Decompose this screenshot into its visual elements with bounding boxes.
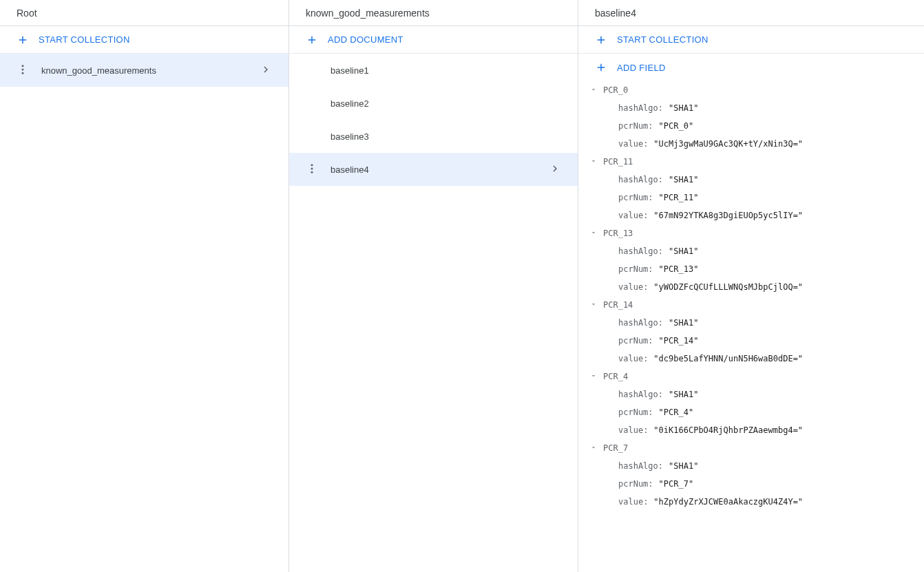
field-value: "PCR_0" [659, 121, 694, 131]
field-row[interactable]: pcrNum:"PCR_7" [578, 475, 924, 493]
svg-point-4 [311, 167, 313, 169]
field-value: "SHA1" [669, 246, 698, 256]
doc-start-collection-button[interactable]: START COLLECTION [578, 26, 924, 54]
field-key: pcrNum [618, 121, 648, 131]
field-group-header[interactable]: PCR_4 [578, 368, 924, 385]
field-group-name: PCR_11 [603, 157, 633, 167]
expand-icon [589, 157, 603, 167]
svg-point-2 [22, 72, 24, 74]
field-row[interactable]: hashAlgo:"SHA1" [578, 314, 924, 332]
field-row[interactable]: hashAlgo:"SHA1" [578, 385, 924, 403]
document-fields: PCR_0hashAlgo:"SHA1"pcrNum:"PCR_0"value:… [578, 81, 924, 572]
plus-icon [17, 34, 29, 46]
field-row[interactable]: value:"dc9be5LafYHNN/unN5H6waB0dDE=" [578, 350, 924, 368]
field-group-header[interactable]: PCR_7 [578, 439, 924, 457]
field-value: "hZpYdyZrXJCWE0aAkaczgKU4Z4Y=" [653, 497, 803, 507]
start-collection-label: START COLLECTION [39, 34, 130, 45]
field-key: value [618, 354, 643, 363]
field-row[interactable]: hashAlgo:"SHA1" [578, 457, 924, 475]
field-value: "SHA1" [669, 318, 698, 328]
field-key: value [618, 282, 643, 292]
field-key: value [618, 139, 643, 149]
expand-icon [589, 229, 603, 239]
document-list-item[interactable]: baseline2 [289, 87, 578, 120]
list-item-label: baseline4 [330, 165, 549, 175]
field-row[interactable]: value:"67mN92YTKA8g3DgiEUOp5yc5lIY=" [578, 206, 924, 224]
field-value: "0iK166CPbO4RjQhbrPZAaewmbg4=" [653, 425, 803, 435]
field-row[interactable]: pcrNum:"PCR_0" [578, 117, 924, 135]
field-row[interactable]: hashAlgo:"SHA1" [578, 171, 924, 189]
expand-icon [589, 443, 603, 454]
field-key: pcrNum [618, 407, 648, 417]
field-row[interactable]: value:"UcMj3gwMaU9GAc3QK+tY/xNin3Q=" [578, 135, 924, 153]
root-header: Root [0, 0, 288, 26]
add-field-button[interactable]: ADD FIELD [578, 54, 924, 81]
document-list-item[interactable]: baseline1 [289, 54, 578, 87]
field-key: hashAlgo [618, 390, 658, 399]
field-key: pcrNum [618, 264, 648, 274]
field-value: "dc9be5LafYHNN/unN5H6waB0dDE=" [653, 354, 803, 363]
chevron-right-icon [549, 162, 561, 177]
field-row[interactable]: value:"hZpYdyZrXJCWE0aAkaczgKU4Z4Y=" [578, 493, 924, 511]
list-item-label: baseline3 [306, 131, 561, 142]
add-document-label: ADD DOCUMENT [328, 34, 403, 45]
field-value: "UcMj3gwMaU9GAc3QK+tY/xNin3Q=" [653, 139, 803, 149]
expand-icon [589, 85, 603, 96]
field-group-header[interactable]: PCR_14 [578, 296, 924, 314]
field-group-name: PCR_13 [603, 229, 633, 238]
field-key: hashAlgo [618, 246, 658, 256]
plus-icon [306, 34, 318, 46]
field-row[interactable]: pcrNum:"PCR_11" [578, 189, 924, 206]
field-group-header[interactable]: PCR_0 [578, 81, 924, 99]
field-row[interactable]: value:"yWODZFcQCUfLLLWNQsMJbpCjlOQ=" [578, 278, 924, 296]
field-row[interactable]: value:"0iK166CPbO4RjQhbrPZAaewmbg4=" [578, 421, 924, 439]
field-value: "SHA1" [669, 175, 698, 184]
field-group-header[interactable]: PCR_13 [578, 224, 924, 242]
field-group-name: PCR_7 [603, 443, 628, 453]
chevron-right-icon [260, 63, 272, 78]
svg-point-3 [311, 164, 313, 166]
document-list-item[interactable]: baseline4 [289, 153, 578, 186]
field-key: value [618, 425, 643, 435]
field-group-name: PCR_0 [603, 85, 628, 95]
expand-icon [589, 300, 603, 310]
list-item-label: baseline1 [306, 65, 561, 76]
add-field-label: ADD FIELD [617, 63, 666, 73]
field-group-header[interactable]: PCR_11 [578, 153, 924, 171]
collection-header: known_good_measurements [289, 0, 578, 26]
root-panel: Root START COLLECTION known_good_measure… [0, 0, 289, 572]
root-items: known_good_measurements [0, 54, 288, 87]
field-row[interactable]: hashAlgo:"SHA1" [578, 99, 924, 117]
field-key: pcrNum [618, 336, 648, 346]
start-collection-button[interactable]: START COLLECTION [0, 26, 288, 54]
field-row[interactable]: hashAlgo:"SHA1" [578, 242, 924, 260]
field-value: "SHA1" [669, 103, 698, 113]
svg-point-5 [311, 171, 313, 173]
field-key: pcrNum [618, 479, 648, 489]
field-key: hashAlgo [618, 103, 658, 113]
document-list-item[interactable]: baseline3 [289, 120, 578, 153]
list-item-label: baseline2 [306, 98, 561, 109]
field-value: "PCR_14" [659, 336, 699, 346]
list-item-label: known_good_measurements [41, 65, 260, 76]
field-row[interactable]: pcrNum:"PCR_4" [578, 403, 924, 421]
field-group-name: PCR_14 [603, 300, 633, 310]
field-key: hashAlgo [618, 461, 658, 471]
field-row[interactable]: pcrNum:"PCR_14" [578, 332, 924, 350]
add-document-button[interactable]: ADD DOCUMENT [289, 26, 578, 54]
collection-panel: known_good_measurements ADD DOCUMENT bas… [289, 0, 578, 572]
svg-point-0 [22, 65, 24, 67]
plus-icon [595, 34, 607, 46]
field-value: "PCR_4" [659, 407, 694, 417]
field-value: "SHA1" [669, 461, 698, 471]
doc-start-collection-label: START COLLECTION [617, 34, 708, 45]
field-value: "PCR_7" [659, 479, 694, 489]
expand-icon [589, 372, 603, 382]
more-icon[interactable] [17, 63, 29, 78]
more-icon[interactable] [306, 162, 318, 177]
field-value: "PCR_13" [659, 264, 699, 274]
field-key: pcrNum [618, 193, 648, 202]
field-key: hashAlgo [618, 318, 658, 328]
collection-list-item[interactable]: known_good_measurements [0, 54, 288, 87]
field-row[interactable]: pcrNum:"PCR_13" [578, 260, 924, 278]
